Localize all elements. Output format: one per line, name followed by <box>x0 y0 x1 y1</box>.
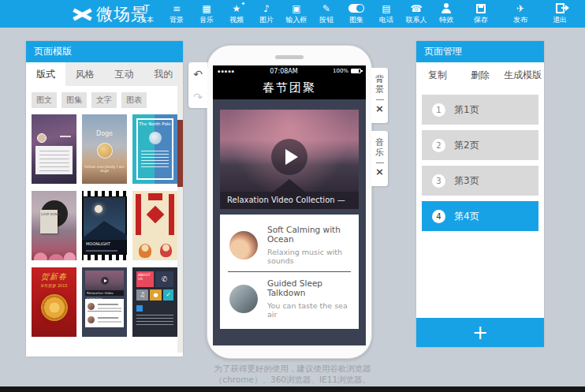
page-manager-actions: 复制 删除 生成模版 <box>416 62 544 88</box>
filter-gallery[interactable]: 图集 <box>61 92 87 108</box>
page-row-2[interactable]: 2 第2页 <box>422 130 538 160</box>
toolbar-item-music[interactable]: ▦ 音乐 <box>192 0 222 28</box>
copy-button[interactable]: 复制 <box>416 69 459 82</box>
toolbar-item-contacts[interactable]: ☎ 联系人 <box>401 0 431 28</box>
minimize-icon[interactable] <box>376 162 384 163</box>
save-icon <box>476 4 486 13</box>
filter-image-text[interactable]: 图文 <box>32 92 57 108</box>
toggle-icon <box>348 4 364 13</box>
template-thumb-he-xin-chun[interactable]: 贺新春 羊年贺岁 2015 <box>32 267 76 337</box>
browser-advice-text: 为了获得更好的使用，建议使用谷歌浏览器 （chrome）、360浏览器、IE11… <box>0 363 585 385</box>
page-manager-panel: 页面管理 复制 删除 生成模版 1 第1页 2 第2页 3 第3页 4 第4页 … <box>416 41 544 347</box>
filmstrip-holes <box>82 191 127 196</box>
battery-icon <box>351 69 361 73</box>
playlist-thumb <box>229 231 258 259</box>
toolbar-item-phone[interactable]: ▤ 电话 <box>371 0 401 28</box>
toolbar-item-button[interactable]: ✎ 按钮 <box>311 0 341 28</box>
template-panel: 页面模版 版式 风格 互动 我的 图文 图集 文字 图表 Doge Follow… <box>26 41 183 357</box>
toolbar-item-text[interactable]: T 文本 <box>132 0 162 28</box>
avatar <box>37 133 47 143</box>
template-panel-title: 页面模版 <box>26 41 183 62</box>
text-icon: T <box>143 3 149 14</box>
filter-text[interactable]: 文字 <box>91 92 117 108</box>
page-row-4-active[interactable]: 4 第4页 <box>422 201 538 231</box>
page-list: 1 第1页 2 第2页 3 第3页 4 第4页 <box>416 88 544 231</box>
template-thumb-north-pole[interactable]: The North Pole <box>132 114 177 184</box>
edit-icon: ✎ <box>322 3 330 14</box>
page-manager-title: 页面管理 <box>416 41 544 62</box>
template-thumb-love-song[interactable]: LOVE SONG <box>32 191 76 260</box>
playlist-card[interactable]: Soft Calming with Ocean Relaxing music w… <box>220 215 359 329</box>
toolbar-items: T 文本 ≡ 背景 ▦ 音乐 ★✦ 视频 ♪ 图片 ▣ 输入框 ✎ 按钮 图集 <box>132 0 461 28</box>
play-icon <box>101 277 109 285</box>
music-note-icon: ♪ <box>263 3 270 14</box>
template-thumb-moonlight[interactable]: MOONLIGHT <box>82 191 127 260</box>
publish-button[interactable]: ✈ 发布 <box>505 0 535 28</box>
playlist-item[interactable]: Soft Calming with Ocean Relaxing music w… <box>220 218 359 271</box>
list-icon: ≡ <box>173 3 181 14</box>
tab-style[interactable]: 风格 <box>65 62 105 86</box>
toolbar-item-background[interactable]: ≡ 背景 <box>162 0 192 28</box>
tab-interaction[interactable]: 互动 <box>105 62 144 86</box>
close-icon[interactable]: × <box>375 103 384 114</box>
scrollbar-thumb[interactable] <box>177 120 183 187</box>
side-tab-music[interactable]: 音乐 × <box>371 131 388 186</box>
template-thumb-doge[interactable]: Doge Follow everybody I am doge <box>82 114 127 184</box>
play-button[interactable] <box>271 139 307 175</box>
page-number-badge: 4 <box>432 210 445 223</box>
page-number-badge: 3 <box>432 174 445 188</box>
publish-icon: ✈ <box>516 3 524 14</box>
star-icon: ★✦ <box>233 3 241 14</box>
toolbar-item-image[interactable]: ♪ 图片 <box>252 0 281 28</box>
grid-icon: ▦ <box>202 3 211 14</box>
battery-percent: 100% <box>333 68 348 74</box>
redo-button[interactable]: ↷ <box>188 85 207 108</box>
undo-button[interactable]: ↶ <box>188 62 207 85</box>
page-row-1[interactable]: 1 第1页 <box>422 95 538 125</box>
template-grid: Doge Follow everybody I am doge The Nort… <box>26 113 183 343</box>
minimize-icon[interactable] <box>376 99 384 100</box>
toolbar-item-video[interactable]: ★✦ 视频 <box>222 0 252 28</box>
tab-layout[interactable]: 版式 <box>26 62 65 86</box>
generate-template-button[interactable]: 生成模版 <box>501 69 544 82</box>
page-row-3[interactable]: 3 第3页 <box>422 166 538 196</box>
exit-button[interactable]: 退出 <box>545 0 575 28</box>
toolbar-actions: 保存 ✈ 发布 退出 <box>466 0 575 28</box>
framed-image-icon: ▤ <box>382 3 390 14</box>
bottom-bar <box>0 386 585 392</box>
filter-chart[interactable]: 图表 <box>121 92 147 108</box>
template-scrollbar[interactable] <box>177 63 183 353</box>
toolbar-item-gallery[interactable]: 图集 <box>341 0 371 28</box>
gold-flower <box>43 296 66 319</box>
video-element[interactable]: Relaxation Video Collection — <box>220 110 359 209</box>
playlist-thumb <box>229 285 258 313</box>
video-caption: Relaxation Video Collection — <box>220 192 359 209</box>
filmstrip-holes <box>82 255 127 260</box>
side-tab-background[interactable]: 背景 × <box>371 68 388 123</box>
history-controls: ↶ ↷ <box>188 62 207 108</box>
template-thumb-city-night[interactable] <box>32 114 76 184</box>
exit-icon <box>556 3 565 13</box>
toolbar-item-effects[interactable]: 特效 <box>431 0 461 28</box>
template-thumb-new-year-kids[interactable] <box>132 191 177 260</box>
close-icon[interactable]: × <box>375 166 384 177</box>
delete-button[interactable]: 删除 <box>459 69 501 82</box>
clock: 07:08AM <box>270 68 297 75</box>
phone-screen: ▪▪▪▪▪ 07:08AM 100% 春节团聚 Relaxation Video… <box>213 65 366 345</box>
top-toolbar: 微场景 T 文本 ≡ 背景 ▦ 音乐 ★✦ 视频 ♪ 图片 ▣ 输入框 ✎ 按钮 <box>0 0 585 28</box>
page-number-badge: 1 <box>432 103 445 117</box>
page-number-badge: 2 <box>432 139 445 152</box>
save-button[interactable]: 保存 <box>466 0 496 28</box>
template-thumb-relaxation-video[interactable]: Relaxation Video Collection <box>82 267 127 337</box>
add-page-button[interactable]: + <box>416 318 544 347</box>
page-title[interactable]: 春节团聚 <box>213 77 366 99</box>
page-content: Relaxation Video Collection — Soft Calmi… <box>213 99 366 345</box>
playlist-item[interactable]: Guided Sleep Talkdown You can taste the … <box>228 271 351 325</box>
avatar <box>97 143 113 159</box>
template-tabs: 版式 风格 互动 我的 <box>26 62 183 86</box>
template-filters: 图文 图集 文字 图表 <box>26 86 183 113</box>
moon <box>95 205 102 213</box>
template-thumb-metro-tiles[interactable]: ABOUT US ✆ ♫ ● ✓ <box>132 267 177 337</box>
toolbar-item-input-box[interactable]: ▣ 输入框 <box>281 0 311 28</box>
person-icon <box>441 3 452 13</box>
